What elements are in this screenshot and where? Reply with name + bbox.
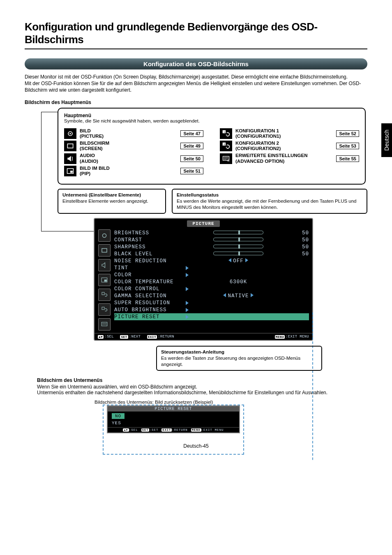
sf-set: :SET bbox=[149, 428, 158, 432]
page-ref: Seite 50 bbox=[180, 155, 203, 162]
submenu-screen: PICTURE RESET NO YES ▲▼:SEL SET:SET EXIT… bbox=[107, 405, 240, 433]
menu-item-picture: BILD(PICTURE) Seite 47 bbox=[64, 128, 203, 139]
sf-ret: :RETURN bbox=[172, 428, 188, 432]
osd-row: GAMMA SELECTIONNATIVE bbox=[114, 292, 309, 299]
key-exit: EXIT bbox=[161, 428, 172, 432]
osd-row-num: 50 bbox=[293, 237, 309, 243]
osd-row: NOISE REDUCTIONOFF bbox=[114, 257, 309, 264]
osd-row-value bbox=[184, 237, 293, 243]
divider bbox=[25, 49, 367, 49]
menu-sublabel: (CONFIGURATION1) bbox=[235, 134, 281, 139]
language-tab: Deutsch bbox=[381, 123, 392, 157]
osd-row: SHARPNESS50 bbox=[114, 243, 309, 250]
menu-item-advanced: ERWEITERTE EINSTELLUNGEN(ADVANCED OPTION… bbox=[220, 153, 359, 164]
osd-side-advanced-icon bbox=[98, 318, 111, 331]
osd-row-name: COLOR TEMPERATURE bbox=[114, 279, 184, 285]
section-heading: Konfiguration des OSD-Bildschirms bbox=[25, 58, 367, 69]
osd-side-config1-icon bbox=[98, 289, 111, 301]
osd-row: AUTO BRIGHTNESS bbox=[114, 306, 309, 313]
submenu-desc-body: Einstellbare Elemente werden angezeigt. bbox=[62, 198, 161, 204]
svg-rect-16 bbox=[102, 249, 107, 252]
intro-p1: Dieser Monitor ist mit der OSD-Funktion … bbox=[25, 74, 367, 80]
main-menu-box: Hauptmenü Symbole, die Sie nicht ausgewä… bbox=[58, 108, 366, 185]
submenu-opt-no: NO bbox=[112, 413, 125, 419]
osd-row: TINT bbox=[114, 264, 309, 271]
foot-return: :RETURN bbox=[158, 335, 174, 339]
key-set: SET bbox=[120, 335, 128, 339]
menu-label: KONFIGURATION 1 bbox=[235, 128, 279, 133]
key-exit: EXIT bbox=[147, 335, 157, 339]
menu-item-screen: BILDSCHIRM(SCREEN) Seite 49 bbox=[64, 141, 203, 151]
svg-line-14 bbox=[229, 161, 230, 162]
foot-exitmenu: :EXIT MENU bbox=[286, 335, 309, 339]
menu-sublabel: (SCREEN) bbox=[80, 146, 103, 151]
intro-text: Dieser Monitor ist mit der OSD-Funktion … bbox=[25, 74, 367, 94]
foot-next: :NEXT bbox=[129, 335, 141, 339]
menu-item-config1: 1 KONFIGURATION 1(CONFIGURATION1) Seite … bbox=[220, 128, 359, 139]
osd-side-pip-icon bbox=[98, 274, 111, 286]
key-menu: MENU bbox=[275, 335, 285, 339]
osd-row-name: GAMMA SELECTION bbox=[114, 293, 184, 299]
dash-connector bbox=[312, 312, 313, 461]
osd-row: CONTRAST50 bbox=[114, 236, 309, 243]
menu-sublabel: (AUDIO) bbox=[80, 159, 98, 164]
config2-icon: 2 bbox=[220, 141, 232, 151]
control-guide-box: Steuerungstasten-Anleitung Es werden die… bbox=[156, 346, 322, 371]
sf-sel: :SEL bbox=[129, 428, 138, 432]
osd-sidebar bbox=[95, 227, 114, 333]
svg-rect-20 bbox=[102, 307, 104, 310]
osd-row: BRIGHTNESS50 bbox=[114, 229, 309, 236]
control-guide-body: Es werden die Tasten zur Steuerung des a… bbox=[161, 355, 317, 368]
language-tab-label: Deutsch bbox=[383, 130, 390, 150]
submenu-desc-box: Untermenü (Einstellbare Elemente) Einste… bbox=[58, 189, 166, 214]
svg-point-1 bbox=[69, 133, 71, 134]
menu-label: KONFIGURATION 2 bbox=[235, 141, 279, 146]
osd-row-value: NATIVE bbox=[184, 293, 293, 299]
menu-item-pip: BILD IM BILD(PIP) Seite 51 bbox=[64, 166, 203, 176]
menu-sublabel: (PICTURE) bbox=[80, 134, 104, 139]
osd-row-value bbox=[184, 301, 293, 305]
menu-sublabel: (PIP) bbox=[80, 171, 90, 176]
page-ref: Seite 49 bbox=[180, 143, 203, 149]
svg-text:2: 2 bbox=[224, 143, 225, 146]
config1-icon: 1 bbox=[220, 128, 232, 139]
page-ref: Seite 51 bbox=[180, 168, 203, 174]
osd-row-name: SHARPNESS bbox=[114, 244, 184, 250]
osd-row-value bbox=[184, 287, 293, 291]
osd-row-name: COLOR bbox=[114, 272, 184, 278]
picture-icon bbox=[64, 128, 76, 139]
sf-exit: :EXIT MENU bbox=[201, 428, 224, 432]
submenu-caption: Bildschirm des Untermenüs: Bild zurückse… bbox=[95, 400, 367, 405]
menu-label: BILD bbox=[80, 128, 91, 133]
advanced-icon bbox=[220, 153, 232, 164]
osd-row-value bbox=[184, 266, 293, 270]
connector-line bbox=[41, 112, 58, 231]
osd-row-num: 50 bbox=[293, 251, 309, 257]
osd-row: BLACK LEVEL50 bbox=[114, 250, 309, 257]
main-menu-heading: Bildschirm des Hauptmenüs bbox=[25, 99, 367, 105]
osd-row-value bbox=[184, 251, 293, 257]
svg-rect-21 bbox=[101, 322, 107, 326]
svg-rect-4 bbox=[70, 171, 73, 173]
osd-row-value: 6300K bbox=[184, 279, 293, 285]
main-menu-subtitle: Symbole, die Sie nicht ausgewählt haben,… bbox=[64, 118, 359, 123]
menu-label: BILD IM BILD bbox=[80, 166, 110, 171]
osd-row-name: SUPER RESOLUTION bbox=[114, 300, 184, 306]
submenu-footer: ▲▼:SEL SET:SET EXIT:RETURN MENU:EXIT MEN… bbox=[108, 427, 239, 432]
audio-icon bbox=[64, 153, 76, 164]
menu-item-config2: 2 KONFIGURATION 2(CONFIGURATION2) Seite … bbox=[220, 141, 359, 151]
key-updown: ▲▼ bbox=[123, 428, 129, 432]
osd-row: SUPER RESOLUTION bbox=[114, 299, 309, 306]
osd-main: BRIGHTNESS50CONTRAST50SHARPNESS50BLACK L… bbox=[114, 227, 312, 333]
page-ref: Seite 47 bbox=[180, 130, 203, 137]
osd-row-value bbox=[184, 244, 293, 250]
osd-side-picture-icon bbox=[98, 229, 111, 242]
menu-label: BILDSCHIRM bbox=[80, 141, 109, 146]
osd-row-name: NOISE REDUCTION bbox=[114, 258, 184, 264]
menu-sublabel: (ADVANCED OPTION) bbox=[235, 159, 284, 164]
osd-row-name: BLACK LEVEL bbox=[114, 251, 184, 257]
menu-col-right: 1 KONFIGURATION 1(CONFIGURATION1) Seite … bbox=[220, 127, 359, 178]
page-ref: Seite 52 bbox=[336, 130, 359, 137]
submenu-p1: Wenn Sie ein Untermenü auswählen, wird e… bbox=[37, 384, 367, 390]
main-menu-title: Hauptmenü bbox=[64, 113, 359, 118]
